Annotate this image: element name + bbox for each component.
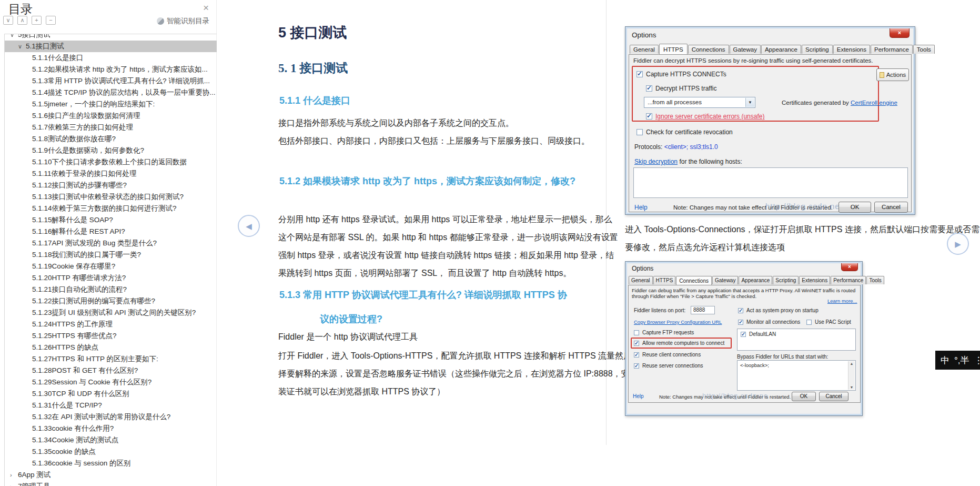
paragraph-line: Fiddler 是一个 http 协议调试代理工具 — [278, 332, 418, 343]
toc-item[interactable]: 5.1.30TCP 和 UDP 有什么区别 — [5, 388, 217, 400]
toc-item[interactable]: 5.1.24HTTPS 的工作原理 — [5, 319, 217, 330]
ime-language-indicator: 中 — [941, 354, 949, 366]
checkbox-checked-icon — [741, 332, 746, 337]
bypass-label: Bypass Fiddler for URLs that start with: — [737, 354, 828, 360]
toc-item[interactable]: 5.1.26HTTPS 的缺点 — [5, 342, 217, 353]
expand-all-button[interactable]: ∨ — [3, 16, 13, 25]
toc-item[interactable]: 5.1.12接口测试的步骤有哪些? — [5, 180, 217, 191]
toc-item[interactable]: 5.1.19Cookie 保存在哪里? — [5, 261, 217, 272]
smart-recognize-label: 智能识别目录 — [167, 16, 209, 26]
dialog-tab: Tools — [866, 276, 884, 284]
arrow-right-icon: ▶ — [955, 240, 961, 249]
checkbox-checked-icon — [646, 113, 652, 120]
checkbox-checked-icon — [646, 85, 652, 92]
toc-item[interactable]: 5.1.22接口测试用例的编写要点有哪些? — [5, 295, 217, 307]
toc-item[interactable]: 5.1.15解释什么是 SOAP? — [5, 214, 217, 226]
dialog-tab: HTTPS — [659, 44, 688, 54]
toc-item-tools[interactable]: ›7管理工具 — [5, 481, 217, 486]
fiddler-options-https-screenshot: Options × GeneralHTTPSConnectionsGateway… — [625, 26, 915, 215]
toc-item-root[interactable]: ∨5接口测试 — [5, 34, 217, 41]
toc-item[interactable]: 5.1.7依赖第三方的接口如何处理 — [5, 122, 217, 133]
toc-item[interactable]: 5.1.17API 测试发现的 Bug 类型是什么? — [5, 237, 217, 249]
zoom-in-button[interactable]: + — [32, 16, 42, 25]
toc-item[interactable]: 5.1.1什么是接口 — [5, 52, 217, 64]
dialog-tab: Tools — [913, 45, 935, 54]
scroll-up-icon: ▲ — [848, 362, 855, 365]
chapter-heading: 5 接口测试 — [278, 23, 347, 42]
arrow-left-icon: ◀ — [246, 222, 252, 231]
default-lan-checkbox: DefaultLAN — [741, 331, 776, 337]
dialog-tab: Appearance — [761, 45, 801, 54]
toc-item[interactable]: 5.1.31什么是 TCP/IP? — [5, 400, 217, 411]
toc-item[interactable]: 5.1.32在 API 测试中测试的常用协议是什么? — [5, 411, 217, 423]
paragraph-line: 装证书就可以在浏览器抓取 HTTPS 协议了） — [278, 386, 445, 398]
smart-recognize-icon — [157, 17, 164, 25]
toc-item[interactable]: 5.1.25HTTPS 有哪些优点? — [5, 330, 217, 342]
dialog-tab: Scripting — [802, 45, 833, 54]
connections-description: Fiddler can debug traffic from any appli… — [632, 287, 855, 293]
toc-item[interactable]: 5.1.29Session 与 Cookie 有什么区别? — [5, 376, 217, 388]
listen-port-label: Fiddler listens on port: — [634, 308, 685, 313]
smart-recognize-toc[interactable]: 智能识别目录 — [157, 16, 209, 26]
toc-item[interactable]: 5.1.14依赖于第三方数据的接口如何进行测试? — [5, 203, 217, 214]
toc-item[interactable]: 5.1.23提到 UI 级别测试和 API 测试之间的关键区别? — [5, 307, 217, 319]
tab-page: Fiddler can decrypt HTTPS sessions by re… — [629, 54, 912, 212]
chevron-down-icon: ∨ — [18, 41, 26, 52]
bypass-textarea: <-loopback>; ▲ ▼ — [737, 360, 856, 391]
toc-item[interactable]: 5.1.13接口测试中依赖登录状态的接口如何测试? — [5, 191, 217, 203]
bypass-value: <-loopback>; — [740, 362, 769, 368]
subsection-5-1-3: 5.1.3 常用 HTTP 协议调试代理工具有什么? 详细说明抓取 HTTPS … — [279, 289, 567, 301]
certificates-note: Certificates generated by CertEnroll eng… — [782, 100, 897, 106]
skip-decryption-row: Skip decryption for the following hosts: — [634, 158, 742, 165]
toc-item[interactable]: 5.1.9什么是数据驱动，如何参数化? — [5, 145, 217, 156]
paragraph-line: 分别用 http 还有 https 登录试试。如果用 https 可以正常登录，… — [278, 214, 612, 225]
use-pac-checkbox: Use PAC Script — [806, 319, 851, 325]
copy-proxy-config-link: Copy Browser Proxy Configuration URL — [634, 319, 722, 325]
toc-item[interactable]: 5.1.36cookie 与 session 的区别 — [5, 458, 217, 469]
zoom-out-button[interactable]: − — [46, 16, 56, 25]
toc-item[interactable]: 5.1.3常用 HTTP 协议调试代理工具有什么? 详细说明抓... — [5, 75, 217, 87]
chevron-down-icon: ∨ — [10, 34, 18, 41]
ime-status-bar[interactable]: 中 °,半 ⋮ — [935, 351, 980, 370]
toc-item[interactable]: 5.1.4描述 TCP/IP 协议的层次结构，以及每一层中重要协... — [5, 87, 217, 98]
checkbox-checked-icon — [634, 363, 639, 369]
toc-item[interactable]: 5.1.33cookie 有什么作用? — [5, 423, 217, 434]
toc-item[interactable]: 5.1.10下个接口请求参数依赖上个接口的返回数据 — [5, 156, 217, 168]
toc-item[interactable]: 5.1.27HTTPS 和 HTTP 的区别主要如下: — [5, 353, 217, 365]
toc-item[interactable]: 5.1.28POST 和 GET 有什么区别? — [5, 365, 217, 376]
next-page-button[interactable]: ▶ — [947, 233, 969, 255]
toc-item[interactable]: 5.1.35cookie 的缺点 — [5, 446, 217, 458]
dialog-tab: General — [629, 276, 653, 284]
toc-item[interactable]: 5.1.8测试的数据你放在哪? — [5, 133, 217, 145]
dialog-tab: Gateway — [730, 45, 761, 54]
toc-item[interactable]: 5.1.16解释什么是 REST API? — [5, 226, 217, 237]
connections-description: through Fiddler when "File > Capture Tra… — [632, 293, 756, 299]
paragraph-line: 要修改，然后点选允许远程计算机连接选项 — [625, 242, 785, 253]
toc-item[interactable]: 5.1.21接口自动化测试的流程? — [5, 284, 217, 295]
actions-button: Actions — [876, 68, 909, 81]
system-proxy-checkbox: Act as system proxy on startup — [738, 308, 819, 313]
close-icon: × — [841, 263, 858, 271]
collapse-all-button[interactable]: ∧ — [17, 16, 27, 25]
dialog-tab: Performance — [871, 45, 913, 54]
prev-page-button[interactable]: ◀ — [238, 215, 260, 237]
toc-item-app[interactable]: ›6App 测试 — [5, 469, 217, 481]
toc-item[interactable]: 5.1.34Cookie 测试的测试点 — [5, 434, 217, 446]
ok-button: OK — [792, 392, 816, 401]
toc-item[interactable]: 5.1.18我们测试的接口属于哪一类? — [5, 249, 217, 261]
toc-item[interactable]: 5.1.20HTTP 有哪些请求方法? — [5, 272, 217, 284]
subsection-5-1-3-wrap: 议的设置过程? — [320, 313, 382, 325]
toc-item[interactable]: 5.1.6接口产生的垃圾数据如何清理 — [5, 110, 217, 122]
ime-more-icon: ⋮ — [974, 355, 980, 366]
toc-item-selected[interactable]: ∨5.1接口测试 — [5, 41, 217, 52]
dialog-tab: Gateway — [712, 276, 738, 284]
ignore-cert-errors-checkbox: Ignore server certificate errors (unsafe… — [646, 113, 764, 120]
close-icon[interactable]: × — [203, 2, 209, 14]
dialog-tab: HTTPS — [653, 276, 676, 284]
protocols-row: Protocols: <client>; ssl3;tls1.0 — [634, 143, 718, 151]
pdf-reader-window: 目录 × ∨ ∧ + − 智能识别目录 ∨5接口测试 ∨5.1接口测试 5.1.… — [0, 0, 980, 486]
toc-item[interactable]: 5.1.5jmeter，一个接口的响应结果如下: — [5, 98, 217, 110]
toc-item[interactable]: 5.1.2如果模块请求 http 改为了 https，测试方案应该如... — [5, 64, 217, 75]
connections-list: DefaultLAN — [737, 329, 856, 351]
toc-item[interactable]: 5.1.11依赖于登录的接口如何处理 — [5, 168, 217, 180]
